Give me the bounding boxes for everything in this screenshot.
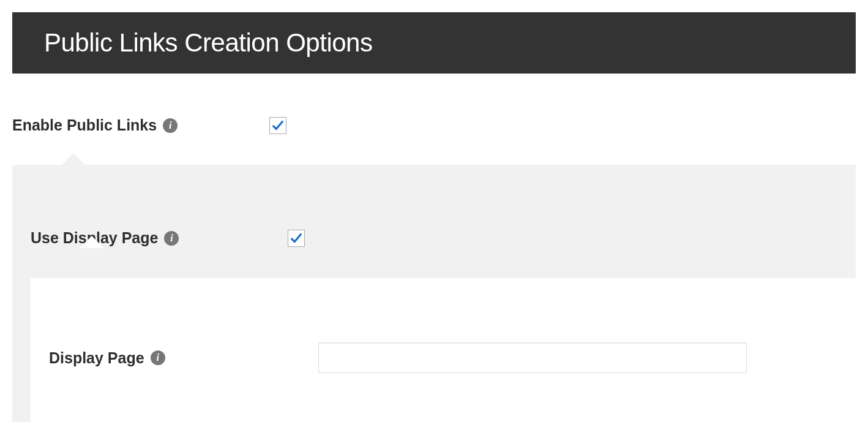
display-page-row: Display Page i	[31, 342, 856, 373]
section-caret	[61, 153, 86, 165]
settings-panel: Public Links Creation Options Enable Pub…	[0, 0, 868, 422]
use-display-page-control	[269, 230, 856, 247]
section-caret	[80, 236, 104, 248]
use-display-page-label-cell: Use Display Page i	[12, 229, 269, 247]
panel-header: Public Links Creation Options	[12, 12, 856, 74]
check-icon	[290, 232, 303, 245]
use-display-page-checkbox[interactable]	[288, 230, 305, 247]
display-page-label-cell: Display Page i	[31, 349, 288, 367]
check-icon	[271, 119, 285, 132]
panel-title: Public Links Creation Options	[44, 28, 824, 58]
info-icon[interactable]: i	[151, 350, 165, 365]
display-page-section: Display Page i	[31, 278, 856, 422]
info-icon[interactable]: i	[163, 118, 178, 133]
info-icon[interactable]: i	[164, 231, 179, 246]
use-display-page-section: Use Display Page i Display Page i	[12, 165, 856, 422]
enable-public-links-label: Enable Public Links	[12, 116, 157, 134]
display-page-control	[288, 342, 856, 373]
display-page-input[interactable]	[318, 342, 747, 373]
enable-public-links-row: Enable Public Links i	[12, 116, 856, 134]
use-display-page-row: Use Display Page i	[12, 229, 856, 247]
enable-public-links-checkbox[interactable]	[269, 117, 286, 134]
enable-public-links-control	[269, 117, 856, 134]
enable-public-links-label-cell: Enable Public Links i	[12, 116, 269, 134]
enable-public-links-section: Enable Public Links i	[12, 74, 856, 165]
display-page-label: Display Page	[49, 349, 144, 367]
